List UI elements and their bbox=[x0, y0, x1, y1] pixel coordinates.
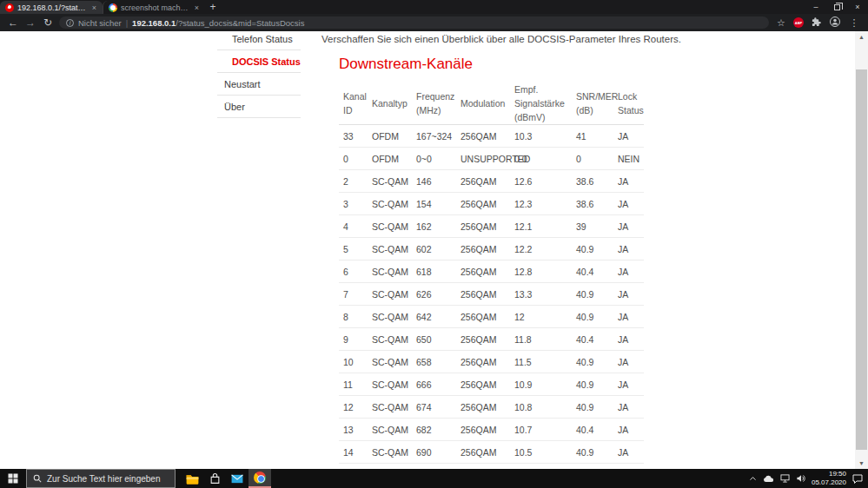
taskbar-apps bbox=[181, 469, 271, 488]
cell-kanal-id: 9 bbox=[339, 328, 368, 351]
onedrive-cloud-icon[interactable] bbox=[763, 475, 774, 483]
cell-frequenz: 690 bbox=[412, 441, 456, 464]
cell-kanaltyp: SC-QAM bbox=[368, 396, 412, 419]
address-bar[interactable]: i Nicht sicher | 192.168.0.1/?status_doc… bbox=[59, 16, 769, 29]
table-row: 10 SC-QAM 658 256QAM 11.5 40.9 JA bbox=[339, 351, 644, 373]
cell-lock-status: NEIN bbox=[613, 148, 644, 170]
cell-kanal-id: 12 bbox=[339, 396, 368, 419]
profile-avatar-icon[interactable] bbox=[828, 16, 842, 29]
cell-signalstaerke: 10.8 bbox=[510, 396, 572, 419]
url-text: 192.168.0.1/?status_docsis&mid=StatusDoc… bbox=[132, 18, 304, 28]
cell-modulation: 256QAM bbox=[456, 260, 510, 283]
scroll-down-icon[interactable]: ▼ bbox=[855, 458, 868, 469]
cell-frequenz: 154 bbox=[412, 193, 456, 215]
sidebar-item-telefon-status[interactable]: Telefon Status bbox=[217, 31, 301, 50]
col-kanaltyp: Kanaltyp bbox=[368, 83, 412, 125]
restore-icon bbox=[834, 4, 840, 10]
cell-frequenz: 167~324 bbox=[412, 125, 456, 148]
cell-snr-mer: 40.9 bbox=[572, 238, 613, 260]
cell-kanal-id: 13 bbox=[339, 419, 368, 441]
sidebar-item-ueber[interactable]: Über bbox=[217, 96, 301, 118]
page-title: Downstream-Kanäle bbox=[339, 56, 473, 73]
cell-frequenz: 162 bbox=[412, 215, 456, 238]
table-body: 33 OFDM 167~324 256QAM 10.3 41 JA 0 OFDM… bbox=[339, 125, 644, 464]
close-icon[interactable]: × bbox=[91, 3, 97, 12]
forward-icon[interactable]: → bbox=[24, 17, 36, 28]
clock-date: 05.07.2020 bbox=[812, 478, 846, 487]
cell-kanal-id: 5 bbox=[339, 238, 368, 260]
windows-taskbar: Zur Suche Text hier eingeben bbox=[0, 469, 868, 488]
security-label: Nicht sicher bbox=[78, 18, 122, 28]
cell-kanaltyp: SC-QAM bbox=[368, 215, 412, 238]
start-button[interactable] bbox=[0, 469, 26, 488]
cell-lock-status: JA bbox=[613, 351, 644, 373]
table-row: 8 SC-QAM 642 256QAM 12 40.9 JA bbox=[339, 306, 644, 328]
volume-icon[interactable] bbox=[796, 474, 805, 483]
screen: 192.168.0.1/?status_docsis&mid × screens… bbox=[0, 0, 868, 488]
cell-kanal-id: 7 bbox=[339, 283, 368, 306]
minimize-button[interactable]: – bbox=[805, 0, 826, 14]
new-tab-button[interactable]: + bbox=[205, 0, 221, 14]
cell-lock-status: JA bbox=[613, 283, 644, 306]
close-window-button[interactable]: × bbox=[847, 0, 868, 14]
router-page: Telefon Status DOCSIS Status Neustart Üb… bbox=[0, 31, 868, 469]
bookmark-star-icon[interactable]: ☆ bbox=[774, 17, 788, 29]
scrollbar-thumb[interactable] bbox=[856, 69, 867, 450]
table-row: 7 SC-QAM 626 256QAM 13.3 40.9 JA bbox=[339, 283, 644, 306]
page-scrollbar[interactable]: ▲ ▼ bbox=[855, 31, 868, 469]
tab-google-search[interactable]: screenshot machen - Google-Su × bbox=[103, 1, 205, 14]
cell-kanaltyp: SC-QAM bbox=[368, 193, 412, 215]
cell-kanaltyp: SC-QAM bbox=[368, 283, 412, 306]
tab-router-status[interactable]: 192.168.0.1/?status_docsis&mid × bbox=[0, 1, 103, 14]
microsoft-store-icon[interactable] bbox=[203, 469, 226, 488]
back-icon[interactable]: ← bbox=[7, 17, 19, 28]
cell-kanal-id: 6 bbox=[339, 260, 368, 283]
taskbar-search-input[interactable]: Zur Suche Text hier eingeben bbox=[26, 469, 176, 488]
cell-lock-status: JA bbox=[613, 396, 644, 419]
tab-title: 192.168.0.1/?status_docsis&mid bbox=[17, 3, 88, 12]
windows-logo-icon bbox=[8, 473, 18, 484]
cell-frequenz: 666 bbox=[412, 373, 456, 396]
chrome-taskbar-icon[interactable] bbox=[248, 469, 271, 488]
taskbar-clock[interactable]: 19:50 05.07.2020 bbox=[812, 470, 846, 487]
cell-lock-status: JA bbox=[613, 215, 644, 238]
cell-signalstaerke: 10.5 bbox=[510, 441, 572, 464]
action-center-icon[interactable] bbox=[852, 474, 863, 484]
cell-snr-mer: 40.9 bbox=[572, 283, 613, 306]
cell-lock-status: JA bbox=[613, 328, 644, 351]
col-modulation: Modulation bbox=[456, 83, 510, 125]
close-icon[interactable]: × bbox=[194, 3, 200, 12]
col-snr-mer: SNR/MER(dB) bbox=[572, 83, 613, 125]
sidebar-item-docsis-status[interactable]: DOCSIS Status bbox=[217, 50, 301, 73]
table-row: 4 SC-QAM 162 256QAM 12.1 39 JA bbox=[339, 215, 644, 238]
file-explorer-icon[interactable] bbox=[181, 469, 203, 488]
cell-signalstaerke: 12.2 bbox=[510, 238, 572, 260]
site-info-icon[interactable]: i bbox=[66, 19, 74, 27]
table-row: 14 SC-QAM 690 256QAM 10.5 40.9 JA bbox=[339, 441, 644, 464]
network-icon[interactable] bbox=[780, 474, 790, 483]
window-controls: – × bbox=[805, 0, 868, 14]
sidebar-item-neustart[interactable]: Neustart bbox=[217, 73, 301, 96]
adblock-extension-icon[interactable]: ABP bbox=[793, 17, 804, 28]
table-row: 3 SC-QAM 154 256QAM 12.3 38.6 JA bbox=[339, 193, 644, 215]
restore-button[interactable] bbox=[826, 0, 847, 14]
extensions-puzzle-icon[interactable] bbox=[809, 17, 823, 29]
cell-kanaltyp: SC-QAM bbox=[368, 351, 412, 373]
cell-modulation: 256QAM bbox=[456, 328, 510, 351]
url-separator: | bbox=[126, 18, 128, 28]
tray-chevron-up-icon[interactable] bbox=[749, 475, 757, 483]
cell-modulation: 256QAM bbox=[456, 351, 510, 373]
table-row: 12 SC-QAM 674 256QAM 10.8 40.9 JA bbox=[339, 396, 644, 419]
cell-signalstaerke: 12.6 bbox=[510, 170, 572, 193]
chrome-logo-icon bbox=[254, 472, 266, 484]
reload-icon[interactable]: ↻ bbox=[42, 17, 54, 28]
cell-kanal-id: 33 bbox=[339, 125, 368, 148]
cell-kanal-id: 14 bbox=[339, 441, 368, 464]
browser-menu-icon[interactable]: ⋮ bbox=[847, 17, 861, 29]
cell-lock-status: JA bbox=[613, 373, 644, 396]
table-row: 6 SC-QAM 618 256QAM 12.8 40.4 JA bbox=[339, 260, 644, 283]
scroll-up-icon[interactable]: ▲ bbox=[855, 31, 868, 43]
cell-snr-mer: 40.9 bbox=[572, 396, 613, 419]
mail-icon[interactable] bbox=[226, 469, 248, 488]
cell-kanal-id: 8 bbox=[339, 306, 368, 328]
